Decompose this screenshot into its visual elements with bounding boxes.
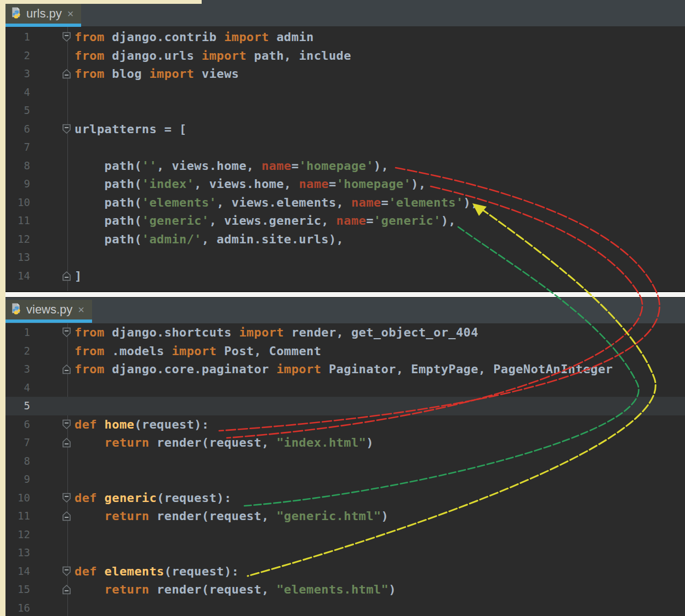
line-number[interactable]: 7 (5, 138, 30, 157)
code-text: path('', views.home, name='homepage'), (75, 157, 389, 175)
fold-marker-open[interactable] (62, 493, 71, 503)
ide-window: urls.py × 1from django.contrib import ad… (0, 0, 685, 616)
tab-urls-py[interactable]: urls.py × (5, 4, 81, 27)
close-icon[interactable]: × (67, 8, 74, 19)
code-line-views-7[interactable]: 7 return render(request, "index.html") (5, 434, 685, 452)
code-text: return render(request, "generic.html") (75, 507, 389, 526)
fold-marker-open[interactable] (62, 124, 71, 134)
code-line-urls-8[interactable]: 8 path('', views.home, name='homepage'), (5, 157, 685, 175)
code-text: return render(request, "elements.html") (75, 580, 396, 599)
code-line-views-8[interactable]: 8 (5, 452, 685, 471)
code-text: from django.contrib import admin (75, 28, 314, 47)
fold-marker-end[interactable] (62, 271, 71, 281)
line-number[interactable]: 15 (5, 580, 30, 599)
code-line-views-2[interactable]: 2from .models import Post, Comment (5, 342, 685, 361)
code-line-views-6[interactable]: 6def home(request): (5, 415, 685, 434)
line-number[interactable]: 1 (5, 28, 30, 47)
tab-views-py[interactable]: views.py × (5, 300, 92, 323)
fold-marker-open[interactable] (62, 327, 71, 338)
code-text: path('index', views.home, name='homepage… (75, 175, 426, 193)
line-number[interactable]: 9 (5, 470, 30, 489)
line-number[interactable]: 4 (5, 83, 30, 102)
editor-views-py[interactable]: 1from django.shortcuts import render, ge… (5, 323, 685, 616)
code-line-urls-5[interactable]: 5 (5, 101, 685, 120)
line-number[interactable]: 5 (5, 397, 30, 415)
fold-marker-open[interactable] (62, 566, 71, 577)
line-number[interactable]: 11 (5, 212, 30, 230)
line-number[interactable]: 14 (5, 562, 30, 581)
code-line-urls-6[interactable]: 6urlpatterns = [ (5, 120, 685, 139)
code-line-urls-7[interactable]: 7 (5, 138, 685, 157)
code-line-views-16[interactable]: 16 (5, 599, 685, 616)
line-number[interactable]: 13 (5, 544, 30, 562)
code-line-views-14[interactable]: 14def elements(request): (5, 562, 685, 581)
line-number[interactable]: 14 (5, 267, 30, 286)
fold-marker-open[interactable] (62, 419, 71, 430)
line-number[interactable]: 7 (5, 434, 30, 452)
tab-bar-views: views.py × (5, 296, 685, 323)
line-number[interactable]: 3 (5, 65, 30, 83)
line-number[interactable]: 2 (5, 47, 30, 65)
page-border-left (0, 0, 5, 616)
page-border-top (0, 0, 202, 4)
line-number[interactable]: 8 (5, 157, 30, 175)
fold-marker-end[interactable] (62, 69, 71, 79)
code-text: urlpatterns = [ (75, 120, 187, 139)
code-line-views-10[interactable]: 10def generic(request): (5, 489, 685, 507)
line-number[interactable]: 11 (5, 507, 30, 526)
line-number[interactable]: 16 (5, 599, 30, 616)
code-line-urls-3[interactable]: 3from blog import views (5, 65, 685, 83)
code-line-views-4[interactable]: 4 (5, 379, 685, 397)
code-line-urls-13[interactable]: 13 (5, 248, 685, 267)
close-icon[interactable]: × (78, 304, 84, 315)
code-text: path('generic', views.generic, name='gen… (75, 212, 456, 230)
code-line-urls-4[interactable]: 4 (5, 83, 685, 102)
code-line-urls-1[interactable]: 1from django.contrib import admin (5, 28, 685, 47)
fold-marker-open[interactable] (62, 32, 71, 42)
code-text: def home(request): (75, 415, 209, 434)
fold-marker-end[interactable] (62, 584, 71, 595)
code-line-urls-10[interactable]: 10 path('elements', views.elements, name… (5, 193, 685, 212)
line-number[interactable]: 5 (5, 101, 30, 120)
code-line-views-15[interactable]: 15 return render(request, "elements.html… (5, 580, 685, 599)
code-line-urls-2[interactable]: 2from django.urls import path, include (5, 47, 685, 65)
editor-urls-py[interactable]: 1from django.contrib import admin2from d… (5, 26, 685, 293)
code-line-urls-12[interactable]: 12 path('admin/', admin.site.urls), (5, 230, 685, 249)
line-number[interactable]: 1 (5, 323, 30, 342)
code-line-views-13[interactable]: 13 (5, 544, 685, 562)
fold-marker-end[interactable] (62, 511, 71, 521)
code-line-views-3[interactable]: 3from django.core.paginator import Pagin… (5, 360, 685, 379)
code-text: def elements(request): (75, 562, 239, 581)
line-number[interactable]: 10 (5, 193, 30, 212)
code-line-urls-14[interactable]: 14] (5, 267, 685, 286)
code-text: from django.core.paginator import Pagina… (75, 360, 613, 379)
code-text: def generic(request): (75, 489, 232, 507)
line-number[interactable]: 9 (5, 175, 30, 193)
line-number[interactable]: 12 (5, 526, 30, 544)
code-line-views-1[interactable]: 1from django.shortcuts import render, ge… (5, 323, 685, 342)
code-line-views-9[interactable]: 9 (5, 470, 685, 489)
line-number[interactable]: 2 (5, 342, 30, 361)
line-number[interactable]: 3 (5, 360, 30, 379)
fold-marker-end[interactable] (62, 364, 71, 374)
code-line-urls-11[interactable]: 11 path('generic', views.generic, name='… (5, 212, 685, 230)
code-text: from django.shortcuts import render, get… (75, 323, 478, 342)
line-number[interactable]: 10 (5, 489, 30, 507)
line-number[interactable]: 13 (5, 248, 30, 267)
code-line-urls-9[interactable]: 9 path('index', views.home, name='homepa… (5, 175, 685, 193)
line-number[interactable]: 6 (5, 415, 30, 434)
line-number[interactable]: 8 (5, 452, 30, 471)
code-line-views-5[interactable]: 5 (5, 397, 685, 415)
tab-label-views: views.py (26, 303, 72, 317)
line-number[interactable]: 6 (5, 120, 30, 139)
split-divider[interactable] (4, 291, 685, 298)
code-line-views-12[interactable]: 12 (5, 526, 685, 544)
code-text: ] (75, 267, 82, 286)
code-text: return render(request, "index.html") (75, 434, 374, 452)
tab-bar-urls: urls.py × (5, 0, 685, 26)
line-number[interactable]: 4 (5, 379, 30, 397)
fold-marker-end[interactable] (62, 437, 71, 448)
code-line-views-11[interactable]: 11 return render(request, "generic.html"… (5, 507, 685, 526)
python-file-icon (10, 303, 22, 317)
line-number[interactable]: 12 (5, 230, 30, 249)
